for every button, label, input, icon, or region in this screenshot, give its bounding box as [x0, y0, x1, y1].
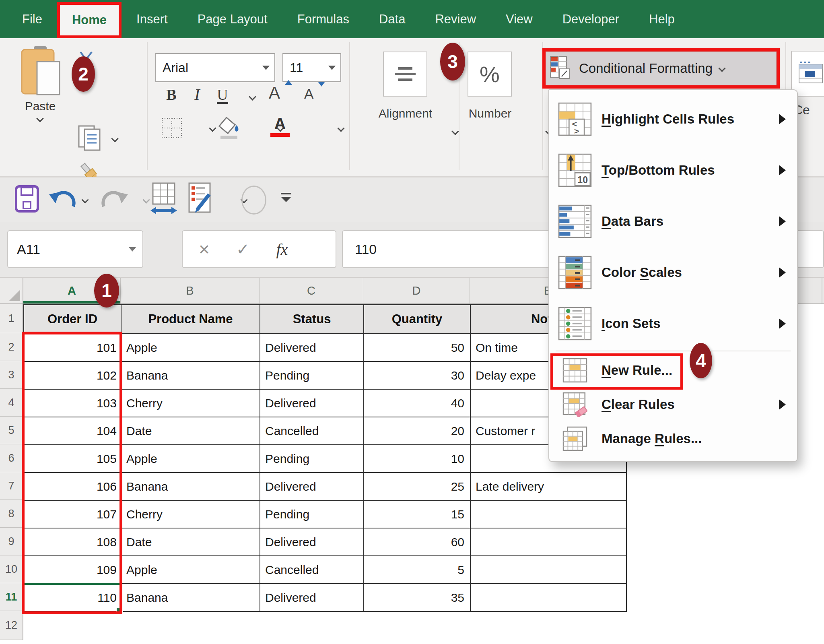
cell-B4[interactable]: Cherry	[122, 390, 260, 417]
cell-C6[interactable]: Pending	[260, 445, 364, 473]
menu-item-icon-sets[interactable]: Icon Sets	[549, 298, 797, 349]
column-header-C[interactable]: C	[260, 278, 363, 303]
menu-item-highlight-cells-rules[interactable]: < >Highlight Cells Rules	[549, 93, 797, 144]
row-header-3[interactable]: 3	[0, 361, 23, 389]
cell-C7[interactable]: Delivered	[260, 473, 364, 501]
cell-D10[interactable]: 5	[364, 556, 471, 584]
fill-color-button[interactable]	[217, 116, 241, 142]
enter-icon[interactable]: ✓	[236, 240, 250, 258]
fill-handle[interactable]	[116, 607, 123, 614]
cell-E11[interactable]	[471, 584, 627, 612]
cell-D9[interactable]: 60	[364, 528, 471, 556]
row-header-4[interactable]: 4	[0, 389, 23, 417]
tab-insert[interactable]: Insert	[122, 0, 183, 38]
redo-button[interactable]	[99, 188, 130, 213]
menu-item-color-scales[interactable]: Color Scales	[549, 247, 797, 298]
cell-E9[interactable]	[471, 528, 627, 556]
cell-D4[interactable]: 40	[364, 390, 471, 417]
cell-A6[interactable]: 105	[24, 445, 122, 473]
cell-A3[interactable]: 102	[24, 362, 122, 390]
cut-button[interactable]	[76, 50, 98, 75]
menu-item-clear-rules[interactable]: Clear Rules	[549, 387, 797, 421]
cell-E7[interactable]: Late delivery	[471, 473, 627, 501]
cell-A4[interactable]: 103	[24, 390, 122, 417]
tab-help[interactable]: Help	[634, 0, 690, 38]
cell-C9[interactable]: Delivered	[260, 528, 364, 556]
cell-A8[interactable]: 107	[24, 501, 122, 528]
row-header-7[interactable]: 7	[0, 472, 23, 500]
tab-formulas[interactable]: Formulas	[282, 0, 364, 38]
cancel-icon[interactable]: ×	[199, 238, 210, 260]
cell-A5[interactable]: 104	[24, 417, 122, 445]
cell-A10[interactable]: 109	[24, 556, 122, 584]
tab-data[interactable]: Data	[364, 0, 420, 38]
cell-C8[interactable]: Pending	[260, 501, 364, 528]
column-header-B[interactable]: B	[121, 278, 260, 303]
tab-home[interactable]: Home	[57, 2, 122, 38]
form-button[interactable]	[186, 182, 214, 218]
cell-B7[interactable]: Banana	[122, 473, 260, 501]
alignment-chevron-icon[interactable]	[451, 128, 459, 135]
cell-A7[interactable]: 106	[24, 473, 122, 501]
menu-item-data-bars[interactable]: Data Bars	[549, 196, 797, 247]
cell-A2[interactable]: 101	[24, 334, 122, 362]
cell-B6[interactable]: Apple	[122, 445, 260, 473]
decrease-font-button[interactable]: A	[304, 86, 313, 102]
tab-review[interactable]: Review	[420, 0, 491, 38]
cell-D5[interactable]: 20	[364, 417, 471, 445]
row-header-10[interactable]: 10	[0, 555, 23, 583]
cell-C11[interactable]: Delivered	[260, 584, 364, 612]
column-header-D[interactable]: D	[363, 278, 470, 303]
save-button[interactable]	[14, 185, 39, 215]
cell-C2[interactable]: Delivered	[260, 334, 364, 362]
customize-toolbar-button[interactable]	[281, 193, 291, 202]
italic-button[interactable]: I	[188, 85, 206, 104]
cell-D7[interactable]: 25	[364, 473, 471, 501]
cell-D8[interactable]: 15	[364, 501, 471, 528]
copy-button[interactable]	[77, 124, 101, 153]
select-all-corner[interactable]	[0, 278, 23, 303]
cell-A9[interactable]: 108	[24, 528, 122, 556]
cell-D6[interactable]: 10	[364, 445, 471, 473]
undo-chevron-icon[interactable]	[81, 197, 89, 203]
increase-font-button[interactable]: A	[269, 83, 280, 103]
column-header-A[interactable]: A	[23, 278, 121, 303]
row-header-8[interactable]: 8	[0, 500, 23, 528]
borders-button[interactable]	[161, 117, 183, 140]
cell-B3[interactable]: Banana	[122, 362, 260, 390]
tab-page-layout[interactable]: Page Layout	[183, 0, 282, 38]
cell-B10[interactable]: Apple	[122, 556, 260, 584]
menu-item-top-bottom-rules[interactable]: 10Top/Bottom Rules	[549, 144, 797, 196]
row-header-9[interactable]: 9	[0, 528, 23, 555]
font-size-combobox[interactable]: 11	[282, 53, 341, 82]
cell-D11[interactable]: 35	[364, 584, 471, 612]
paste-button[interactable]: Paste	[12, 45, 68, 124]
tab-view[interactable]: View	[491, 0, 548, 38]
cell-B11[interactable]: Banana	[122, 584, 260, 612]
conditional-formatting-button[interactable]: Conditional Formatting	[546, 52, 777, 85]
cell-B8[interactable]: Cherry	[122, 501, 260, 528]
menu-item-new-rule[interactable]: New Rule...	[549, 353, 797, 387]
name-box[interactable]: A11	[7, 230, 143, 268]
insert-function-icon[interactable]: fx	[276, 240, 288, 259]
font-color-chevron-icon[interactable]	[337, 125, 345, 132]
underline-button[interactable]: U	[212, 86, 233, 103]
borders-chevron-icon[interactable]	[209, 125, 217, 132]
cell-B2[interactable]: Apple	[122, 334, 260, 362]
row-header-2[interactable]: 2	[0, 333, 23, 361]
font-name-combobox[interactable]: Arial	[155, 53, 275, 82]
bold-button[interactable]: B	[160, 86, 183, 103]
tab-file[interactable]: File	[7, 0, 57, 38]
tab-developer[interactable]: Developer	[548, 0, 634, 38]
cell-C5[interactable]: Cancelled	[260, 417, 364, 445]
row-header-1[interactable]: 1	[0, 304, 23, 333]
alignment-button[interactable]	[383, 52, 427, 97]
cell-E8[interactable]	[471, 501, 627, 528]
cell-A11[interactable]: 110	[24, 584, 122, 612]
cell-B5[interactable]: Date	[122, 417, 260, 445]
cell-B9[interactable]: Date	[122, 528, 260, 556]
ellipse-shape-icon[interactable]	[241, 186, 266, 215]
row-header-6[interactable]: 6	[0, 444, 23, 472]
cell-C10[interactable]: Cancelled	[260, 556, 364, 584]
underline-chevron-icon[interactable]	[249, 94, 257, 100]
